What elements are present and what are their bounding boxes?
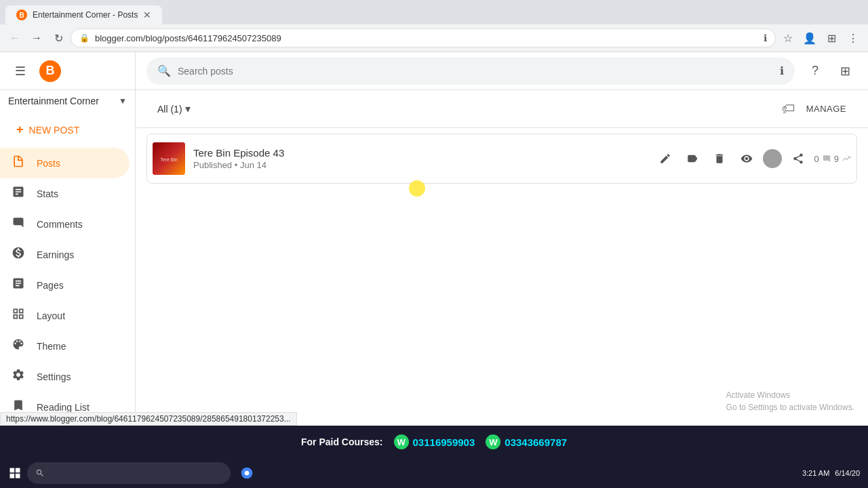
bookmark-icon[interactable]: ☆ bbox=[778, 28, 797, 47]
post-actions: 0 9 bbox=[654, 148, 851, 169]
blog-title: Entertainment Corner bbox=[8, 96, 116, 106]
plus-icon: + bbox=[16, 123, 24, 137]
whatsapp-icon-1: W bbox=[394, 434, 409, 449]
help-button[interactable]: ? bbox=[803, 59, 827, 83]
main-search-header: 🔍 ℹ ? ⊞ bbox=[136, 52, 868, 90]
svg-text:Tere Bin: Tere Bin bbox=[160, 157, 178, 162]
hamburger-button[interactable]: ☰ bbox=[8, 59, 33, 83]
url-status-text: https://www.blogger.com/blog/64611796245… bbox=[6, 414, 291, 424]
search-icon: 🔍 bbox=[157, 64, 171, 77]
search-input[interactable] bbox=[178, 66, 773, 77]
sidebar-item-label-pages: Pages bbox=[37, 280, 64, 291]
pages-icon bbox=[11, 277, 26, 293]
extensions-icon[interactable]: ⊞ bbox=[822, 28, 841, 47]
delete-post-button[interactable] bbox=[709, 148, 730, 169]
sidebar-item-label-earnings: Earnings bbox=[37, 249, 74, 260]
forward-button[interactable]: → bbox=[27, 28, 46, 47]
share-post-button[interactable] bbox=[787, 148, 809, 169]
blog-title-row[interactable]: Entertainment Corner ▼ bbox=[0, 90, 135, 112]
sidebar-item-label-layout: Layout bbox=[37, 310, 65, 321]
app-header: ☰ B bbox=[0, 52, 135, 90]
taskbar-app-chrome[interactable] bbox=[236, 462, 258, 484]
label-post-button[interactable] bbox=[682, 148, 703, 169]
taskbar-apps bbox=[236, 462, 258, 484]
sidebar-item-theme[interactable]: Theme bbox=[0, 331, 130, 361]
svg-point-7 bbox=[245, 471, 250, 476]
address-text: blogger.com/blog/posts/64611796245072350… bbox=[95, 33, 758, 43]
sidebar-item-label-theme: Theme bbox=[37, 341, 66, 352]
start-button[interactable] bbox=[3, 461, 27, 485]
svg-rect-3 bbox=[16, 468, 20, 473]
refresh-button[interactable]: ↻ bbox=[49, 28, 68, 47]
manage-row: 🏷 MANAGE bbox=[782, 101, 852, 117]
svg-rect-5 bbox=[16, 474, 20, 479]
post-meta: Published • Jun 14 bbox=[193, 160, 646, 170]
back-button[interactable]: ← bbox=[5, 28, 24, 47]
comments-icon bbox=[11, 216, 26, 232]
filter-arrow-icon: ▾ bbox=[185, 102, 191, 115]
filter-dropdown[interactable]: All (1) ▾ bbox=[152, 98, 196, 119]
sidebar-item-settings[interactable]: Settings bbox=[0, 361, 130, 392]
new-post-button[interactable]: + NEW POST bbox=[8, 117, 127, 142]
svg-rect-2 bbox=[10, 468, 15, 473]
edit-post-button[interactable] bbox=[654, 148, 676, 169]
sidebar-item-label-reading-list: Reading List bbox=[37, 402, 90, 413]
tab-favicon: B bbox=[16, 9, 27, 20]
views-count-icon bbox=[842, 154, 851, 163]
profile-icon[interactable]: 👤 bbox=[800, 28, 819, 47]
taskbar: 3:21 AM 6/14/20 bbox=[0, 458, 868, 488]
view-post-button[interactable] bbox=[736, 148, 757, 169]
post-title: Tere Bin Episode 43 bbox=[193, 147, 646, 159]
manage-button[interactable]: MANAGE bbox=[801, 101, 852, 117]
sidebar-item-label-settings: Settings bbox=[37, 371, 71, 382]
search-container[interactable]: 🔍 ℹ bbox=[146, 58, 795, 85]
active-tab[interactable]: B Entertainment Corner - Posts ✕ bbox=[5, 5, 162, 24]
sidebar-item-label-stats: Stats bbox=[37, 188, 58, 199]
filter-label: All (1) bbox=[157, 104, 182, 115]
post-date: Jun 14 bbox=[240, 160, 267, 170]
apps-button[interactable]: ⊞ bbox=[833, 59, 857, 83]
post-date-sep: • bbox=[235, 160, 240, 170]
nav-bar: ← → ↻ 🔒 blogger.com/blog/posts/646117962… bbox=[0, 24, 868, 52]
sidebar-item-pages[interactable]: Pages bbox=[0, 270, 130, 300]
post-views-count: 9 bbox=[834, 154, 839, 164]
post-stats: 0 9 bbox=[814, 154, 851, 164]
svg-rect-4 bbox=[10, 474, 15, 479]
sidebar-item-earnings[interactable]: Earnings bbox=[0, 239, 130, 270]
sidebar-item-stats[interactable]: Stats bbox=[0, 178, 130, 209]
promo-phone-1: W 03116959903 bbox=[394, 434, 475, 449]
promo-text: For Paid Courses: bbox=[301, 436, 383, 447]
search-info-icon[interactable]: ℹ bbox=[780, 64, 784, 77]
sidebar-item-comments[interactable]: Comments bbox=[0, 209, 130, 239]
taskbar-search[interactable] bbox=[27, 462, 231, 484]
posts-icon bbox=[11, 155, 26, 171]
menu-icon[interactable]: ⋮ bbox=[844, 28, 863, 47]
new-post-label: NEW POST bbox=[29, 125, 80, 136]
earnings-icon bbox=[11, 246, 26, 263]
address-info-icon[interactable]: ℹ bbox=[764, 33, 767, 43]
stats-icon bbox=[11, 185, 26, 202]
label-icon[interactable]: 🏷 bbox=[782, 101, 795, 117]
taskbar-right: 3:21 AM 6/14/20 bbox=[802, 469, 865, 477]
nav-actions: ☆ 👤 ⊞ ⋮ bbox=[778, 28, 863, 47]
tab-close-icon[interactable]: ✕ bbox=[143, 9, 151, 20]
sidebar-item-label-comments: Comments bbox=[37, 219, 83, 230]
sidebar-nav: Posts Stats Comments Earnings bbox=[0, 148, 135, 422]
comment-count-icon bbox=[822, 154, 831, 163]
sidebar-item-posts[interactable]: Posts bbox=[0, 148, 130, 178]
address-bar[interactable]: 🔒 blogger.com/blog/posts/646117962450723… bbox=[71, 28, 776, 47]
whatsapp-icon-2: W bbox=[486, 434, 500, 449]
lock-icon: 🔒 bbox=[79, 33, 90, 43]
promo-bar: For Paid Courses: W 03116959903 W 033436… bbox=[0, 426, 868, 458]
filter-bar: All (1) ▾ 🏷 MANAGE bbox=[136, 90, 868, 128]
taskbar-date: 6/14/20 bbox=[835, 469, 860, 477]
tab-title: Entertainment Corner - Posts bbox=[33, 10, 138, 20]
tab-bar: B Entertainment Corner - Posts ✕ bbox=[0, 0, 868, 24]
sidebar-item-layout[interactable]: Layout bbox=[0, 300, 130, 331]
url-status-bar: https://www.blogger.com/blog/64611796245… bbox=[0, 412, 297, 426]
promo-phone-2: W 03343669787 bbox=[486, 434, 567, 449]
taskbar-time: 3:21 AM bbox=[802, 469, 829, 477]
posts-list: Tere Bin Tere Bin Episode 43 Published •… bbox=[136, 128, 868, 195]
post-info: Tere Bin Episode 43 Published • Jun 14 bbox=[193, 147, 646, 170]
blog-dropdown-arrow-icon: ▼ bbox=[119, 96, 127, 106]
